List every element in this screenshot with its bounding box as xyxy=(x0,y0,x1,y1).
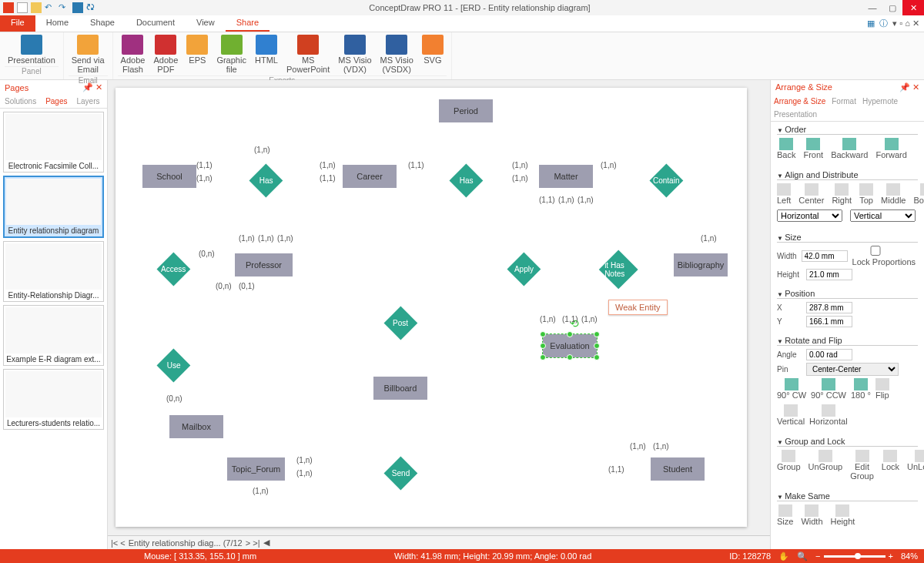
export-svg-button[interactable]: SVG xyxy=(419,34,447,65)
menu-file[interactable]: File xyxy=(0,15,35,32)
export-ppt-button[interactable]: MS PowerPoint xyxy=(283,34,333,75)
align-right[interactable]: Right xyxy=(832,183,852,205)
same-height[interactable]: Height xyxy=(831,504,855,526)
order-backward[interactable]: Backward xyxy=(831,138,868,159)
collapse-ribbon-icon[interactable]: ▾ ▫ ⌂ ✕ xyxy=(892,18,919,28)
new-icon[interactable] xyxy=(17,2,28,13)
align-middle[interactable]: Middle xyxy=(881,183,906,205)
align-bottom[interactable]: Bottom xyxy=(913,183,924,205)
flip-h[interactable]: Horizontal xyxy=(809,404,848,426)
entity-professor[interactable]: Professor xyxy=(235,253,293,276)
entity-evaluation[interactable]: Evaluation⟲ xyxy=(543,334,597,357)
entity-period[interactable]: Period xyxy=(439,99,493,122)
relationship-use[interactable]: Use xyxy=(157,349,191,383)
thumb[interactable]: Entity-Relationship Diagr... xyxy=(3,241,104,302)
relationship-has2[interactable]: Has xyxy=(450,164,484,198)
tab-hypernote[interactable]: Hypernote xyxy=(859,95,901,108)
tab-arrange[interactable]: Arrange & Size xyxy=(771,95,829,108)
menu-view[interactable]: View xyxy=(186,15,226,32)
tab-layers[interactable]: Layers xyxy=(72,95,105,108)
presentation-button[interactable]: Presentation xyxy=(5,34,59,65)
save-icon[interactable] xyxy=(72,2,83,13)
same-width[interactable]: Width xyxy=(801,504,822,526)
lock-btn[interactable]: Lock xyxy=(882,450,899,481)
thumb[interactable]: Example E-R diagram ext... xyxy=(3,305,104,366)
entity-topic[interactable]: Topic_Forum xyxy=(227,457,285,481)
group-btn[interactable]: Group xyxy=(777,450,801,481)
rotate-180[interactable]: 180 ° xyxy=(851,378,871,400)
pin-select[interactable]: Center-Center xyxy=(806,363,899,376)
tab-pages[interactable]: Pages xyxy=(41,95,72,108)
close-icon[interactable]: ✕ xyxy=(902,0,924,15)
pin-icon[interactable]: 📌 ✕ xyxy=(899,82,919,92)
relationship-send[interactable]: Send xyxy=(384,457,418,491)
width-field[interactable] xyxy=(802,250,848,262)
height-field[interactable] xyxy=(806,269,852,280)
align-left[interactable]: Left xyxy=(777,183,791,205)
minimize-icon[interactable]: — xyxy=(862,0,882,15)
dist-vertical[interactable]: Vertical xyxy=(850,209,916,222)
order-back[interactable]: Back xyxy=(777,138,795,159)
pin-icon[interactable]: 📌 ✕ xyxy=(82,82,102,92)
lock-prop[interactable] xyxy=(852,246,899,256)
relationship-apply[interactable]: Apply xyxy=(507,253,541,287)
open-icon[interactable] xyxy=(31,2,42,13)
canvas[interactable]: PeriodSchoolCareerMatterBibliographyProf… xyxy=(108,80,770,535)
export-vsdx-button[interactable]: MS Visio (VSDX) xyxy=(377,34,417,75)
thumb[interactable]: Electronic Facsimile Coll... xyxy=(3,112,104,173)
align-top[interactable]: Top xyxy=(859,183,873,205)
zoom-in[interactable]: + xyxy=(889,551,893,561)
tab-solutions[interactable]: Solutions xyxy=(0,95,41,108)
flip[interactable]: Flip xyxy=(875,378,889,400)
thumb[interactable]: Entity relationship diagram xyxy=(3,176,104,238)
menu-document[interactable]: Document xyxy=(126,15,186,32)
order-front[interactable]: Front xyxy=(803,138,823,159)
tab-format[interactable]: Format xyxy=(829,95,859,108)
export-flash-button[interactable]: Adobe Flash xyxy=(118,34,149,75)
redo-icon[interactable]: ↷ xyxy=(59,2,69,13)
refresh-icon[interactable]: 🗘 xyxy=(86,2,97,13)
help-icon[interactable]: ⓘ xyxy=(879,18,888,29)
export-pdf-button[interactable]: Adobe PDF xyxy=(150,34,181,75)
entity-mailbox[interactable]: Mailbox xyxy=(169,415,223,438)
menu-home[interactable]: Home xyxy=(35,15,79,32)
diagram-page[interactable]: PeriodSchoolCareerMatterBibliographyProf… xyxy=(116,88,747,527)
zoom-percent[interactable]: 84% xyxy=(901,551,918,561)
export-eps-button[interactable]: EPS xyxy=(183,34,211,65)
align-center[interactable]: Center xyxy=(798,183,824,205)
zoom-slider[interactable] xyxy=(824,555,886,558)
menu-shape[interactable]: Shape xyxy=(79,15,126,32)
grid-icon[interactable]: ▦ xyxy=(867,18,875,28)
maximize-icon[interactable]: ▢ xyxy=(882,0,902,15)
entity-career[interactable]: Career xyxy=(343,165,397,188)
angle-field[interactable] xyxy=(806,349,852,360)
rotate-cw[interactable]: 90° CW xyxy=(777,378,806,400)
send-email-button[interactable]: Send via Email xyxy=(69,34,108,75)
undo-icon[interactable]: ↶ xyxy=(45,2,55,13)
order-forward[interactable]: Forward xyxy=(875,138,906,159)
export-html-button[interactable]: HTML xyxy=(252,34,281,65)
entity-school[interactable]: School xyxy=(142,165,196,188)
scroll-left-icon[interactable]: ◀ xyxy=(263,538,270,548)
page-tab-label[interactable]: Entity relationship diag... (7/12 xyxy=(129,538,243,548)
x-field[interactable] xyxy=(806,302,852,313)
entity-billboard[interactable]: Billboard xyxy=(373,377,427,400)
same-size[interactable]: Size xyxy=(777,504,793,526)
edit-group-btn[interactable]: Edit Group xyxy=(850,450,874,481)
zoom-out[interactable]: − xyxy=(815,551,820,561)
thumb[interactable]: Lecturers-students relatio... xyxy=(3,369,104,430)
ungroup-btn[interactable]: UnGroup xyxy=(808,450,843,481)
prev-tab-icon[interactable]: |< < xyxy=(111,538,126,548)
entity-student[interactable]: Student xyxy=(651,457,705,481)
flip-v[interactable]: Vertical xyxy=(777,404,805,426)
dist-horizontal[interactable]: Horizontal xyxy=(777,209,842,222)
rotate-ccw[interactable]: 90° CCW xyxy=(811,378,846,400)
relationship-notes[interactable]: it Has Notes xyxy=(598,250,638,289)
tab-presentation[interactable]: Presentation xyxy=(771,108,820,121)
hand-icon[interactable]: ✋ xyxy=(778,551,789,561)
export-graphic-button[interactable]: Graphic file xyxy=(213,34,249,75)
y-field[interactable] xyxy=(806,316,852,327)
unlock-btn[interactable]: UnLock xyxy=(907,450,924,481)
export-vdx-button[interactable]: MS Visio (VDX) xyxy=(335,34,374,75)
relationship-access[interactable]: Access xyxy=(157,253,191,287)
